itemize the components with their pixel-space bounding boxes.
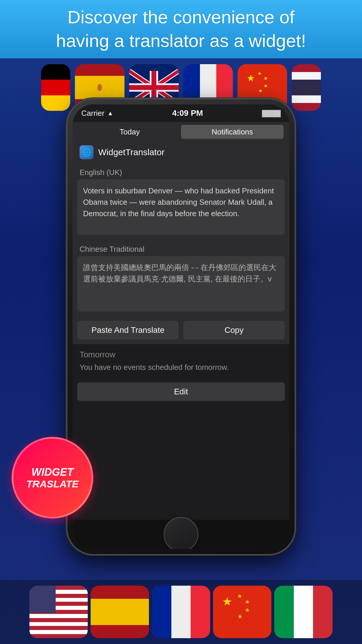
svg-text:★: ★	[247, 73, 255, 83]
app-name: WidgetTranslator	[98, 147, 164, 157]
source-lang-label: English (UK)	[73, 163, 289, 179]
home-area	[73, 520, 289, 549]
edit-section: Edit	[73, 378, 289, 406]
copy-button[interactable]: Copy	[183, 321, 285, 340]
action-buttons-row: Paste And Translate Copy	[73, 316, 289, 344]
app-icon: 🌐	[80, 145, 94, 159]
tab-bar: Today Notifications	[73, 122, 289, 142]
svg-text:★: ★	[257, 71, 262, 76]
svg-text:★: ★	[237, 593, 242, 599]
svg-text:★: ★	[263, 76, 268, 81]
widget-circle-text1: WIDGET	[31, 466, 73, 478]
svg-text:★: ★	[245, 599, 250, 605]
translation-widget: English (UK) Voters in suburban Denver —…	[73, 163, 289, 344]
phone: Carrier ▲ 4:09 PM ▓▓▓▓ Today Notificatio…	[67, 99, 295, 554]
home-button[interactable]	[164, 517, 198, 549]
tomorrow-section: Tomorrow You have no events scheduled fo…	[73, 344, 289, 378]
paste-translate-button[interactable]: Paste And Translate	[77, 321, 179, 340]
source-text: Voters in suburban Denver — who had back…	[83, 185, 279, 219]
phone-screen: Carrier ▲ 4:09 PM ▓▓▓▓ Today Notificatio…	[73, 104, 289, 549]
status-time: 4:09 PM	[172, 108, 203, 118]
status-bar: Carrier ▲ 4:09 PM ▓▓▓▓	[73, 104, 289, 122]
carrier-label: Carrier ▲	[81, 109, 113, 118]
phone-outer: Carrier ▲ 4:09 PM ▓▓▓▓ Today Notificatio…	[67, 99, 295, 554]
svg-text:★: ★	[258, 88, 263, 94]
tomorrow-message: You have no events scheduled for tomorro…	[80, 363, 282, 372]
widget-circle-text2: TRASLATE	[27, 478, 79, 490]
flag-de	[41, 64, 70, 111]
widget-translate-circle: WIDGET TRASLATE	[12, 437, 93, 519]
top-banner: Discover the convenience of having a tra…	[0, 0, 362, 58]
tagline: Discover the convenience of having a tra…	[56, 6, 306, 52]
tab-notifications[interactable]: Notifications	[181, 125, 284, 139]
target-lang-label: Chinese Traditional	[73, 239, 289, 256]
tab-today[interactable]: Today	[78, 125, 181, 139]
flag-bottom-es	[91, 586, 149, 638]
flag-bottom-it	[274, 586, 333, 638]
flag-bottom-cn: ★ ★ ★ ★ ★	[213, 586, 271, 638]
flag-th	[292, 64, 321, 111]
widget-content-area: 🌐 WidgetTranslator English (UK) Voters i…	[73, 142, 289, 549]
edit-button[interactable]: Edit	[77, 382, 285, 401]
svg-text:★: ★	[222, 595, 232, 608]
svg-text:★: ★	[263, 83, 268, 89]
tomorrow-title: Tomorrow	[80, 350, 282, 359]
flag-bottom-fr	[152, 586, 210, 638]
translated-text-box: 誰曾支持美國總統奧巴馬的兩倍 - - 在丹佛郊區的選民在大選前被放棄參議員馬克·…	[77, 256, 285, 312]
svg-text:★: ★	[238, 613, 242, 620]
flag-bottom-us	[29, 586, 88, 638]
translated-text: 誰曾支持美國總統奧巴馬的兩倍 - - 在丹佛郊區的選民在大選前被放棄參議員馬克·…	[83, 262, 279, 285]
battery-icon: ▓▓▓▓	[262, 109, 281, 117]
svg-text:★: ★	[245, 607, 250, 613]
widget-header: 🌐 WidgetTranslator	[73, 142, 289, 163]
svg-point-0	[97, 84, 102, 91]
flags-row-bottom: ★ ★ ★ ★ ★	[0, 580, 362, 644]
source-text-box: Voters in suburban Denver — who had back…	[77, 179, 285, 235]
wifi-icon: ▲	[107, 110, 113, 117]
